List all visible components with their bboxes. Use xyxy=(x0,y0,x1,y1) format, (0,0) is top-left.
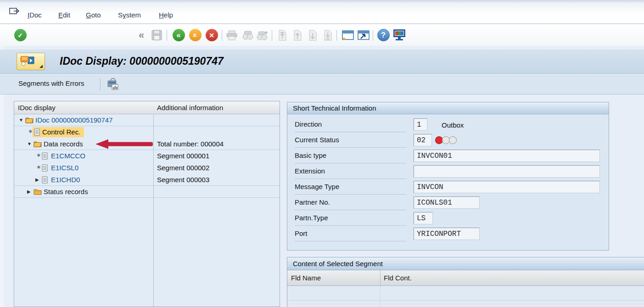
find-next-icon xyxy=(255,24,270,46)
current-status-field[interactable]: 02 xyxy=(414,134,432,146)
menu-help[interactable]: Help xyxy=(159,11,173,19)
tree-node-label[interactable]: Control Rec. xyxy=(42,128,80,136)
services-dropdown-corner-icon[interactable] xyxy=(39,65,43,68)
current-status-label: Current Status xyxy=(295,136,406,148)
folder-open-icon xyxy=(25,117,34,123)
cancel-button[interactable]: ✕ xyxy=(204,24,219,46)
status-lights-icon xyxy=(435,136,457,144)
tree-node-label[interactable]: E1ICSL0 xyxy=(51,164,78,172)
message-type-label: Message Type xyxy=(295,183,406,195)
content-of-selected-segment-panel: Content of Selected Segment Fld Name Fld… xyxy=(287,257,644,307)
find-icon xyxy=(241,24,255,46)
document-icon xyxy=(34,128,40,136)
tree-node-label[interactable]: Status records xyxy=(44,188,88,195)
save-icon xyxy=(150,24,163,46)
menu-system[interactable]: System xyxy=(118,11,141,19)
tree-header: IDoc display Additional information xyxy=(14,101,280,114)
collapse-toolbar-icon[interactable]: « xyxy=(134,24,147,46)
basic-type-label: Basic type xyxy=(295,151,406,163)
create-shortcut-icon[interactable] xyxy=(355,24,371,46)
partner-no-field[interactable]: ICONLS01 xyxy=(414,196,480,209)
segment-content-title: Content of Selected Segment xyxy=(293,260,383,268)
leaf-marker-icon: ∗ xyxy=(28,128,33,134)
segment-table-column-divider xyxy=(380,286,381,301)
field-row-partner-type: Partn.Type LS xyxy=(295,211,602,226)
leaf-marker-icon: ∗ xyxy=(36,164,41,170)
tree-row-idoc-root[interactable]: ▼ IDoc 0000000005190747 xyxy=(14,114,280,126)
document-icon xyxy=(42,176,48,184)
help-icon[interactable]: ? xyxy=(375,24,391,46)
field-row-extension: Extension xyxy=(295,164,602,179)
expander-closed-icon[interactable]: ▶ xyxy=(35,178,39,182)
tree-node-label[interactable]: Data records xyxy=(44,140,83,148)
tree-row-status-records[interactable]: ▶ Status records xyxy=(14,186,280,198)
direction-text: Outbox xyxy=(442,121,464,129)
tree-node-info: Segment 000003 xyxy=(157,176,209,184)
document-icon xyxy=(42,152,48,160)
folder-closed-icon xyxy=(34,188,42,195)
segment-table-empty-row[interactable] xyxy=(287,286,644,301)
field-row-message-type: Message Type INVCON xyxy=(295,179,602,195)
tree-node-label[interactable]: E1ICHD0 xyxy=(51,176,80,184)
display-data-icon[interactable] xyxy=(106,78,119,91)
tree-row-e1ichd0[interactable]: ▶ E1ICHD0 Segment 000003 xyxy=(14,174,280,186)
tree-row-data-records[interactable]: ▼ Data records Total number: 000004 xyxy=(14,138,280,150)
services-for-object-button[interactable] xyxy=(17,53,45,70)
tree-column-additional-info: Additional information xyxy=(157,104,223,112)
standard-toolbar: ✓ « « « ✕ xyxy=(0,24,644,46)
menu-edit[interactable]: Edit xyxy=(58,11,70,19)
tech-info-title: Short Technical Information xyxy=(293,104,376,112)
column-fld-cont: Fld Cont. xyxy=(384,274,412,282)
partner-type-label: Partn.Type xyxy=(295,214,406,226)
field-row-partner-no: Partner No. ICONLS01 xyxy=(295,195,602,211)
field-row-basic-type: Basic type INVCON01 xyxy=(295,148,602,164)
basic-type-field[interactable]: INVCON01 xyxy=(414,150,600,162)
segment-content-header: Content of Selected Segment xyxy=(287,257,644,270)
expander-open-icon[interactable]: ▼ xyxy=(27,142,32,146)
first-page-icon xyxy=(275,24,289,46)
idoc-tree-panel: IDoc display Additional information ▼ ID… xyxy=(14,101,280,307)
segment-table-empty-row[interactable] xyxy=(287,301,644,307)
selected-node-highlight[interactable]: Control Rec. xyxy=(33,127,84,137)
enter-button[interactable]: ✓ xyxy=(12,24,28,46)
tree-node-info: Segment 000001 xyxy=(157,152,209,160)
sap-gui-window: IDoc Edit Goto System Help ✓ « « « xyxy=(0,0,644,307)
segment-table-column-divider xyxy=(380,301,381,307)
next-page-icon xyxy=(306,24,319,46)
menu-goto[interactable]: Goto xyxy=(86,11,101,19)
port-label: Port xyxy=(295,229,406,241)
tree-row-e1icsl0[interactable]: ∗ E1ICSL0 Segment 000002 xyxy=(14,162,280,174)
page-title: IDoc Display: 0000000005190747 xyxy=(60,55,224,67)
segments-with-errors-button[interactable]: Segments with Errors xyxy=(18,79,84,87)
tree-row-control-rec[interactable]: ∗ Control Rec. xyxy=(14,126,280,138)
port-field[interactable]: YRICONPORT xyxy=(414,228,480,240)
tree-node-label[interactable]: E1CMCCO xyxy=(51,152,85,160)
system-menu-icon[interactable] xyxy=(9,7,20,16)
extension-label: Extension xyxy=(295,167,406,179)
previous-page-icon xyxy=(291,24,304,46)
expander-open-icon[interactable]: ▼ xyxy=(19,118,23,123)
expander-closed-icon[interactable]: ▶ xyxy=(27,190,31,194)
application-toolbar: Segments with Errors xyxy=(0,74,644,95)
field-row-port: Port YRICONPORT xyxy=(295,226,602,242)
new-session-icon[interactable] xyxy=(340,24,355,46)
folder-open-icon xyxy=(34,140,42,147)
direction-field[interactable]: 1 xyxy=(414,118,427,131)
partner-type-field[interactable]: LS xyxy=(414,212,433,224)
back-button[interactable]: « xyxy=(171,24,186,46)
exit-button[interactable]: « xyxy=(187,24,203,46)
extension-field[interactable] xyxy=(414,165,600,178)
direction-label: Direction xyxy=(295,120,406,132)
status-light-off-icon xyxy=(449,136,457,144)
short-technical-information-panel: Short Technical Information Direction 1 … xyxy=(287,102,609,251)
menu-idoc[interactable]: IDoc xyxy=(28,11,42,19)
tree-row-e1cmcco[interactable]: ∗ E1CMCCO Segment 000001 xyxy=(14,150,280,162)
partner-no-label: Partner No. xyxy=(295,198,406,210)
leaf-marker-icon: ∗ xyxy=(36,152,41,158)
message-type-field[interactable]: INVCON xyxy=(414,181,600,193)
tree-node-label[interactable]: IDoc 0000000005190747 xyxy=(35,116,113,124)
toolbar-separator xyxy=(100,78,101,91)
menu-bar: IDoc Edit Goto System Help xyxy=(0,0,644,24)
customize-layout-icon[interactable] xyxy=(391,24,408,46)
print-icon xyxy=(225,24,239,46)
